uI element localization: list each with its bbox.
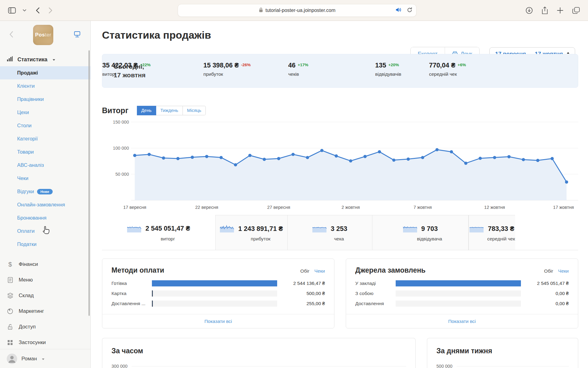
- sidebar-item-finance[interactable]: $ Фінанси: [0, 256, 90, 272]
- order-source-row: З собою 0,00 ₴: [355, 289, 569, 297]
- bar-track: [396, 290, 521, 297]
- sidebar-scrollbar[interactable]: [89, 50, 90, 316]
- sidebar-item[interactable]: Товари: [0, 145, 90, 159]
- bar-fill: [152, 301, 153, 307]
- sidebar-item[interactable]: Відгуки Нове: [0, 185, 90, 198]
- payment-method-row: Доставлення ... 255,00 ₴: [111, 300, 325, 308]
- toggle-turnover[interactable]: Обіг: [544, 268, 553, 274]
- sidebar-item-marketing[interactable]: Маркетинг: [0, 303, 90, 319]
- sidebar-item[interactable]: Бронювання: [0, 211, 90, 224]
- sidebar-item[interactable]: Категорії: [0, 132, 90, 145]
- sidebar-section-statistics[interactable]: Статистика: [0, 53, 90, 66]
- delta-badge: +6%: [458, 63, 466, 67]
- svg-text:2 жовтня: 2 жовтня: [341, 205, 360, 210]
- bar-fill: [152, 290, 153, 297]
- by-weekday-card: За днями тижня 500 000: [427, 338, 578, 368]
- show-all-link[interactable]: Показати всі: [204, 319, 232, 324]
- sparkline-thumbnail: [403, 224, 417, 234]
- sparkline-thumbnail: [312, 224, 326, 234]
- period-tab[interactable]: День: [137, 106, 156, 115]
- svg-text:12 жовтня: 12 жовтня: [484, 205, 505, 210]
- today-summary-banner: Сьогодні, 17 жовтня 35 422,03 ₴+22% вито…: [102, 54, 578, 88]
- toggle-receipts[interactable]: Чеки: [315, 268, 325, 274]
- svg-text:22 вересня: 22 вересня: [195, 205, 218, 210]
- sidebar: Poster Статистика Продажі: [0, 21, 91, 368]
- sidebar-item-menu[interactable]: Меню: [0, 272, 90, 288]
- sidebar-item[interactable]: Податки: [0, 238, 90, 251]
- sidebar-item[interactable]: Онлайн-замовлення: [0, 198, 90, 211]
- sparkline-thumbnail: [127, 224, 141, 234]
- period-tab[interactable]: Місяць: [183, 106, 206, 115]
- delta-badge: -26%: [241, 63, 251, 67]
- mouse-cursor-hand: [42, 226, 50, 236]
- address-bar[interactable]: tutorial-poster-ua.joinposter.com: [178, 4, 417, 17]
- total-metric-cell[interactable]: 1 243 891,71 ₴ прибуток: [215, 215, 287, 250]
- bar-track: [152, 301, 277, 307]
- today-metric: 135+20% відвідувачів: [375, 62, 401, 77]
- period-tab[interactable]: Тиждень: [156, 106, 183, 115]
- delta-badge: +17%: [298, 63, 308, 67]
- pos-terminal-icon[interactable]: [73, 30, 81, 40]
- delta-badge: +20%: [388, 63, 399, 67]
- svg-text:17 вересня: 17 вересня: [123, 205, 146, 210]
- total-metric-cell[interactable]: 3 253 чека: [287, 215, 372, 250]
- browser-toolbar: tutorial-poster-ua.joinposter.com: [0, 0, 588, 21]
- today-metric: 46+17% чеків: [288, 62, 308, 77]
- sidebar-item[interactable]: АВС-аналіз: [0, 159, 90, 172]
- sidebar-item[interactable]: Цехи: [0, 106, 90, 119]
- toggle-turnover[interactable]: Обіг: [300, 268, 310, 274]
- poster-logo[interactable]: Poster: [33, 25, 53, 45]
- payment-methods-card: Методи оплати Обіг Чеки Готівка 2 544 13…: [102, 259, 334, 328]
- sidebar-item[interactable]: Продажі: [0, 66, 90, 79]
- dollar-icon: $: [7, 261, 13, 268]
- total-metric-cell[interactable]: 783,33 ₴ середній чек: [469, 215, 515, 250]
- y-axis-tick: 300 000: [111, 364, 127, 368]
- revenue-line-chart[interactable]: 50 000100 000150 00017 вересня22 вересня…: [102, 121, 578, 213]
- sidebar-item[interactable]: Клієнти: [0, 79, 90, 93]
- totals-row: 2 545 051,47 ₴ виторг 1 243 891,71 ₴ при…: [102, 215, 578, 250]
- user-menu[interactable]: Роман: [0, 349, 90, 368]
- share-icon[interactable]: [541, 6, 548, 14]
- order-sources-card: Джерела замовлень Обіг Чеки У закладі 2 …: [346, 259, 578, 328]
- layers-icon: [7, 293, 13, 299]
- total-metric-cell[interactable]: 2 545 051,47 ₴ виторг: [102, 215, 215, 250]
- sidebar-item[interactable]: Чеки: [0, 172, 90, 185]
- sidebar-item-warehouse[interactable]: Склад: [0, 288, 90, 303]
- toolbar-chevron-down-icon[interactable]: [23, 9, 26, 12]
- sidebar-item[interactable]: Столи: [0, 119, 90, 132]
- sidebar-item-apps[interactable]: Застосунки: [0, 335, 90, 350]
- pie-clock-icon: [7, 308, 13, 314]
- audio-mute-icon[interactable]: [395, 7, 402, 14]
- forward-button[interactable]: [48, 7, 53, 14]
- reload-icon[interactable]: [407, 7, 413, 14]
- card-title: За часом: [111, 347, 406, 355]
- sparkline-thumbnail: [469, 224, 484, 234]
- delta-badge: +22%: [140, 63, 151, 67]
- tab-overview-icon[interactable]: [572, 7, 580, 14]
- bar-track: [396, 280, 521, 286]
- back-button[interactable]: [36, 7, 40, 14]
- order-source-row: Доставлення 0,00 ₴: [355, 300, 569, 308]
- toggle-receipts[interactable]: Чеки: [558, 268, 569, 274]
- sidebar-toggle-icon[interactable]: [8, 7, 16, 14]
- bar-fill: [152, 280, 277, 286]
- sidebar-item-access[interactable]: Доступ: [0, 319, 90, 335]
- avatar: [7, 354, 17, 364]
- show-all-link[interactable]: Показати всі: [448, 319, 476, 324]
- card-title: Джерела замовлень: [355, 266, 544, 274]
- sidebar-collapse-icon[interactable]: [9, 31, 13, 39]
- bar-track: [152, 290, 277, 297]
- today-metric: 770,04 ₴+6% середній чек: [429, 62, 466, 77]
- downloads-icon[interactable]: [526, 7, 533, 14]
- svg-text:100 000: 100 000: [113, 146, 129, 151]
- document-icon: [7, 277, 13, 283]
- statistics-nav-list: Продажі Клієнти Працівники Цехи: [0, 66, 90, 251]
- svg-text:50 000: 50 000: [115, 172, 129, 177]
- new-tab-icon[interactable]: [557, 7, 564, 14]
- period-tabs: День Тиждень Місяць: [137, 106, 206, 115]
- chevron-down-icon: [53, 59, 55, 61]
- total-metric-cell[interactable]: 9 703 відвідувача: [372, 215, 469, 250]
- svg-text:27 вересня: 27 вересня: [267, 205, 290, 210]
- sidebar-item[interactable]: Працівники: [0, 93, 90, 106]
- bar-chart-icon: [7, 56, 13, 63]
